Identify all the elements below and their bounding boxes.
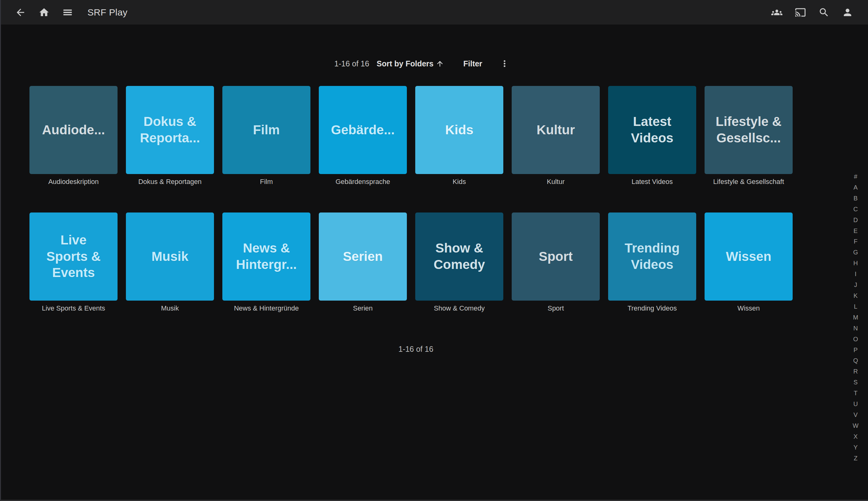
library-folder: Serien Serien (319, 213, 407, 312)
arrow-back-icon (15, 7, 26, 18)
library-folder: Trending Videos Trending Videos (608, 213, 696, 312)
folder-card[interactable]: Kultur (512, 86, 600, 174)
folder-card[interactable]: Gebärde... (319, 86, 407, 174)
folder-card[interactable]: Live Sports & Events (30, 213, 118, 301)
alpha-letter[interactable]: I (849, 269, 862, 279)
alpha-letter[interactable]: U (849, 398, 862, 409)
alpha-letter[interactable]: F (849, 236, 862, 247)
library-folder: Live Sports & Events Live Sports & Event… (30, 213, 118, 312)
overflow-menu-button[interactable] (498, 56, 511, 71)
folder-card[interactable]: Musik (126, 213, 214, 301)
folder-label[interactable]: Gebärdensprache (319, 178, 407, 186)
folder-card-text: News & Hintergr... (236, 240, 297, 273)
folder-label[interactable]: Trending Videos (608, 304, 696, 312)
alpha-letter[interactable]: V (849, 409, 862, 420)
filter-button[interactable]: Filter (463, 59, 482, 68)
alpha-letter[interactable]: X (849, 431, 862, 442)
alpha-letter[interactable]: Y (849, 442, 862, 453)
folder-card[interactable]: Latest Videos (608, 86, 696, 174)
folder-card-text: Film (253, 122, 280, 138)
folder-card-text: Kultur (536, 122, 575, 138)
list-toolbar: 1-16 of 16 Sort by Folders Filter (334, 53, 511, 74)
folder-card[interactable]: Wissen (705, 213, 793, 301)
alpha-letter[interactable]: Z (849, 453, 862, 464)
alphabet-scroller: # A B C D E F G H I J K L M N O P Q R S … (849, 171, 862, 463)
folder-label[interactable]: Musik (126, 304, 214, 312)
folder-card[interactable]: Kids (415, 86, 503, 174)
alpha-letter[interactable]: Q (849, 355, 862, 366)
alpha-letter[interactable]: N (849, 323, 862, 334)
alpha-letter[interactable]: O (849, 334, 862, 345)
folder-card[interactable]: Film (223, 86, 311, 174)
left-edge-scrollbar[interactable] (0, 0, 1, 501)
alpha-letter[interactable]: P (849, 345, 862, 355)
alpha-letter[interactable]: # (849, 171, 862, 182)
folder-label[interactable]: News & Hintergründe (223, 304, 311, 312)
folder-card[interactable]: Dokus & Reporta... (126, 86, 214, 174)
library-folder: Sport Sport (512, 213, 600, 312)
alpha-letter[interactable]: C (849, 204, 862, 215)
folder-card[interactable]: Trending Videos (608, 213, 696, 301)
folder-card-text: Latest Videos (631, 114, 674, 147)
menu-button[interactable] (60, 5, 75, 20)
folder-card-text: Wissen (726, 248, 772, 265)
alpha-letter[interactable]: T (849, 388, 862, 398)
alpha-letter[interactable]: E (849, 225, 862, 236)
paging-bottom: 1-16 of 16 (354, 345, 478, 354)
search-button[interactable] (816, 5, 832, 20)
folder-label[interactable]: Lifestyle & Gesellschaft (705, 178, 793, 186)
alpha-letter[interactable]: M (849, 312, 862, 323)
library-folder: Audiode... Audiodeskription (30, 86, 118, 186)
folder-card[interactable]: Show & Comedy (415, 213, 503, 301)
alpha-letter[interactable]: K (849, 290, 862, 301)
folder-label[interactable]: Live Sports & Events (30, 304, 118, 312)
folder-label[interactable]: Kids (415, 178, 503, 186)
app-bar: SRF Play (0, 0, 868, 24)
folder-card-text: Gebärde... (331, 122, 394, 138)
back-button[interactable] (13, 5, 28, 20)
page-title: SRF Play (87, 7, 128, 18)
alpha-letter[interactable]: A (849, 182, 862, 193)
folder-card[interactable]: News & Hintergr... (223, 213, 311, 301)
bottom-edge-scrollbar[interactable] (0, 500, 868, 501)
folder-label[interactable]: Dokus & Reportagen (126, 178, 214, 186)
alpha-letter[interactable]: B (849, 193, 862, 204)
alpha-letter[interactable]: G (849, 247, 862, 258)
folder-label[interactable]: Serien (319, 304, 407, 312)
folder-card[interactable]: Sport (512, 213, 600, 301)
folder-card-text: Trending Videos (625, 240, 680, 273)
library-folder: Kids Kids (415, 86, 503, 186)
alpha-letter[interactable]: W (849, 420, 862, 431)
folder-label[interactable]: Sport (512, 304, 600, 312)
paging-top: 1-16 of 16 (334, 59, 369, 68)
library-folder: Gebärde... Gebärdensprache (319, 86, 407, 186)
folder-label[interactable]: Show & Comedy (415, 304, 503, 312)
cast-button[interactable] (793, 5, 808, 20)
menu-icon (62, 7, 73, 18)
alpha-letter[interactable]: L (849, 301, 862, 312)
alpha-letter[interactable]: R (849, 366, 862, 377)
alpha-letter[interactable]: J (849, 279, 862, 290)
alpha-letter[interactable]: D (849, 215, 862, 225)
user-icon (842, 7, 853, 18)
alpha-letter[interactable]: H (849, 258, 862, 269)
home-button[interactable] (36, 5, 52, 20)
alpha-letter[interactable]: S (849, 377, 862, 388)
library-folder: Kultur Kultur (512, 86, 600, 186)
user-button[interactable] (840, 5, 855, 20)
syncplay-button[interactable] (769, 5, 784, 20)
library-page: SRF Play 1-16 of 16 Sort by Folders Filt… (0, 0, 868, 501)
library-folder: Musik Musik (126, 213, 214, 312)
folder-card[interactable]: Lifestyle & Gesellsc... (705, 86, 793, 174)
folder-card-text: Kids (445, 122, 473, 138)
folder-label[interactable]: Audiodeskription (30, 178, 118, 186)
folder-card[interactable]: Audiode... (30, 86, 118, 174)
folder-label[interactable]: Kultur (512, 178, 600, 186)
library-folder: News & Hintergr... News & Hintergründe (223, 213, 311, 312)
sort-button[interactable]: Sort by Folders (377, 59, 444, 68)
folder-card[interactable]: Serien (319, 213, 407, 301)
folder-label[interactable]: Latest Videos (608, 178, 696, 186)
folder-label[interactable]: Wissen (705, 304, 793, 312)
folder-label[interactable]: Film (223, 178, 311, 186)
folder-card-text: Dokus & Reporta... (140, 114, 200, 147)
